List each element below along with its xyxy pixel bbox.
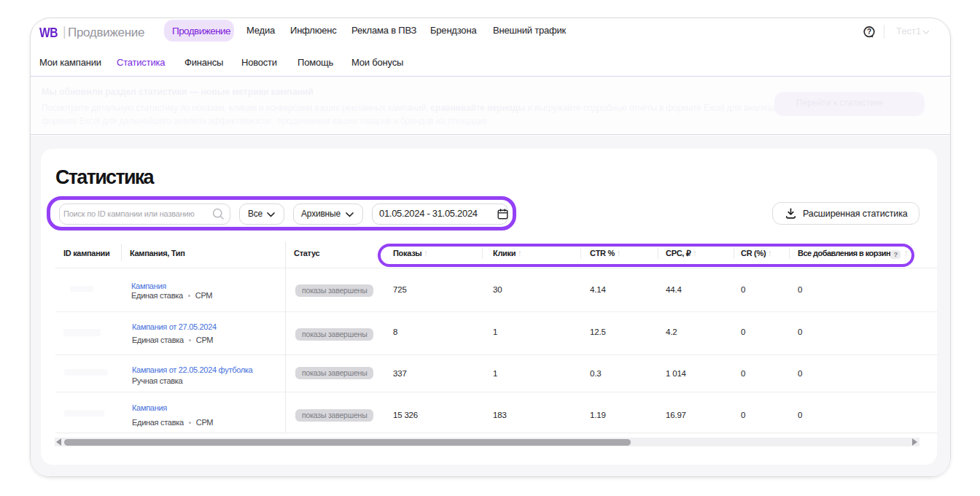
svg-text:?: ? <box>867 28 871 36</box>
